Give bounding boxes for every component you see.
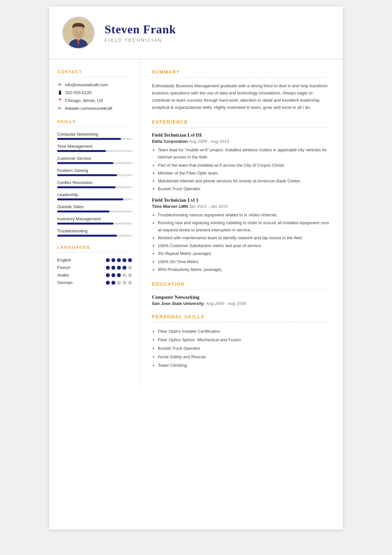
skill-bar-fill xyxy=(57,186,116,188)
svg-point-5 xyxy=(72,26,85,31)
skill-item: Leadership xyxy=(57,192,132,200)
skill-label: Customer Service xyxy=(57,156,132,161)
contact-phone: 📱 202-555-0120 xyxy=(57,90,132,95)
lang-dot xyxy=(111,266,115,270)
experience-section: EXPERIENCE Field Technician Lvl III Delt… xyxy=(152,119,332,273)
skill-label: Computer Networking xyxy=(57,132,132,137)
header: Steven Frank FIELD TECHNICIAN xyxy=(49,7,343,59)
lang-label: Arabic xyxy=(57,273,80,278)
header-info: Steven Frank FIELD TECHNICIAN xyxy=(105,23,330,43)
languages-list: EnglishFrenchArabicGerman xyxy=(57,258,132,285)
exp-bullet: Bucket Truck Operator. xyxy=(158,185,332,193)
personal-skills-section: PERSONAL SKILLS Fiber Optics Installer C… xyxy=(152,314,332,370)
sidebar: CONTACT ✉ info@resumekraft.com 📱 202-555… xyxy=(49,59,140,388)
lang-item: Arabic xyxy=(57,273,132,278)
lang-dot xyxy=(122,258,126,262)
personal-skills-list: Fiber Optics Installer CertificationFibe… xyxy=(152,327,332,370)
exp-bullet: Team lead for "mobile wi-fi" project. In… xyxy=(158,146,332,161)
education-section: EDUCATION Computer Networking San Jose S… xyxy=(152,281,332,306)
lang-dot xyxy=(128,281,132,285)
skill-bar-bg xyxy=(57,235,132,237)
skill-bar-fill xyxy=(57,223,113,225)
body: CONTACT ✉ info@resumekraft.com 📱 202-555… xyxy=(49,59,343,388)
lang-item: English xyxy=(57,258,132,262)
lang-dot xyxy=(106,273,110,277)
personal-skill-item: Fiber Optics Splicer- Mechanical and Fus… xyxy=(158,336,332,344)
exp-bullet: 100% On Time Metric xyxy=(158,258,332,265)
skill-item: Outside Sales xyxy=(57,204,132,212)
lang-dot xyxy=(111,273,115,277)
skill-bar-fill xyxy=(57,198,123,200)
skill-bar-bg xyxy=(57,162,132,164)
lang-dot xyxy=(117,266,121,270)
exp-bullets: Troubleshooting various equipment relate… xyxy=(152,211,332,273)
skill-bar-fill xyxy=(57,162,113,164)
location-icon: 📍 xyxy=(57,98,62,103)
languages-section: LANGUAGES EnglishFrenchArabicGerman xyxy=(57,245,132,285)
lang-item: German xyxy=(57,280,132,285)
lang-dots xyxy=(106,258,132,262)
skill-label: Inventory Management xyxy=(57,216,132,221)
experience-title: EXPERIENCE xyxy=(152,119,332,125)
education-title: EDUCATION xyxy=(152,281,332,287)
svg-point-8 xyxy=(76,31,77,32)
skill-label: Outside Sales xyxy=(57,204,132,209)
exp-bullet: 95% Productivity Metric (average) xyxy=(158,266,332,273)
skill-bar-fill xyxy=(57,138,121,140)
personal-skill-item: Fiber Optics Installer Certification xyxy=(158,327,332,336)
skill-bar-bg xyxy=(57,210,132,212)
skills-divider xyxy=(57,126,132,127)
skill-bar-bg xyxy=(57,186,132,188)
candidate-name: Steven Frank xyxy=(105,23,330,36)
lang-dot xyxy=(106,258,110,262)
avatar xyxy=(62,16,95,49)
skill-item: Troubleshooting xyxy=(57,228,132,237)
lang-dot xyxy=(122,281,126,285)
skill-item: Conflict Resolution xyxy=(57,180,132,188)
lang-dot xyxy=(106,266,110,270)
contact-linkedin: in linkedin.com/resumekraft xyxy=(57,106,132,111)
lang-dots xyxy=(106,281,132,285)
experience-divider xyxy=(152,127,332,127)
skill-item: Customer Service xyxy=(57,156,132,164)
main-content: SUMMARY Enthusiastic Business Management… xyxy=(140,59,343,388)
skill-item: Computer Networking xyxy=(57,132,132,140)
resume-document: Steven Frank FIELD TECHNICIAN CONTACT ✉ … xyxy=(49,7,343,530)
skill-item: Problem Solving xyxy=(57,168,132,176)
exp-bullet: Worked with maintenance team to identify… xyxy=(158,234,332,242)
summary-divider xyxy=(152,77,332,77)
lang-dot xyxy=(117,258,121,262)
lang-dot xyxy=(111,258,115,262)
exp-bullet: Running new and replacing existing cabel… xyxy=(158,219,332,234)
edu-school: San Jose State University Aug 2006 - Aug… xyxy=(152,301,332,306)
lang-label: English xyxy=(57,258,80,262)
exp-bullet: Part of the team that installed wi-fi ac… xyxy=(158,162,332,169)
experience-list: Field Technician Lvl III Delta Corporati… xyxy=(152,132,332,273)
skill-label: Time Management xyxy=(57,144,132,149)
exp-bullet: Member of the Fiber Optic team. xyxy=(158,170,332,177)
skill-label: Troubleshooting xyxy=(57,228,132,233)
email-icon: ✉ xyxy=(57,82,62,87)
exp-bullet: Troubleshooting various equipment relate… xyxy=(158,211,332,219)
personal-skill-item: Bucket Truck Operator xyxy=(158,344,332,353)
personal-skills-title: PERSONAL SKILLS xyxy=(152,314,332,319)
exp-bullets: Team lead for "mobile wi-fi" project. In… xyxy=(152,146,332,193)
education-divider xyxy=(152,289,332,290)
lang-label: German xyxy=(57,280,80,285)
contact-divider xyxy=(57,77,132,77)
exp-bullet: 100% Customer Satisfaction metric last y… xyxy=(158,242,332,249)
lang-dot xyxy=(117,281,121,285)
phone-icon: 📱 xyxy=(57,90,62,95)
skills-section: SKILLS Computer Networking Time Manageme… xyxy=(57,119,132,237)
contact-section: CONTACT ✉ info@resumekraft.com 📱 202-555… xyxy=(57,69,132,111)
languages-divider xyxy=(57,252,132,253)
personal-skill-item: Aerial Safety and Rescue xyxy=(158,353,332,361)
lang-label: French xyxy=(57,265,80,270)
experience-entry: Field Technician Lvl III Delta Corporati… xyxy=(152,132,332,193)
linkedin-icon: in xyxy=(57,106,62,111)
skill-item: Time Management xyxy=(57,144,132,152)
summary-title: SUMMARY xyxy=(152,69,332,75)
edu-school-name: San Jose State University xyxy=(152,301,204,306)
personal-skill-item: Tower Climbing xyxy=(158,361,332,370)
summary-section: SUMMARY Enthusiastic Business Management… xyxy=(152,69,332,111)
